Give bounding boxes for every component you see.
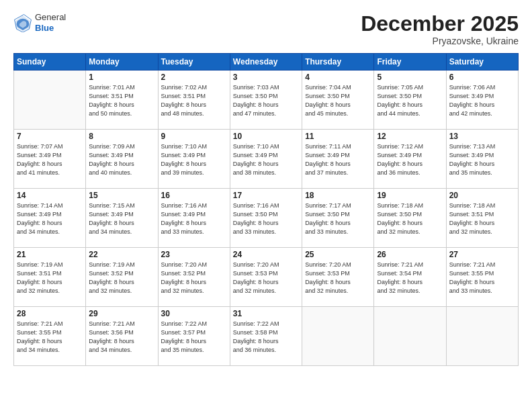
calendar-cell: 14Sunrise: 7:14 AM Sunset: 3:49 PM Dayli… <box>14 189 86 248</box>
calendar-cell: 6Sunrise: 7:06 AM Sunset: 3:49 PM Daylig… <box>446 71 518 130</box>
weekday-header: Thursday <box>302 54 374 71</box>
day-info: Sunrise: 7:20 AM Sunset: 3:53 PM Dayligh… <box>233 261 299 295</box>
day-info: Sunrise: 7:10 AM Sunset: 3:49 PM Dayligh… <box>233 142 299 177</box>
calendar-cell: 1Sunrise: 7:01 AM Sunset: 3:51 PM Daylig… <box>86 71 158 130</box>
calendar-cell: 16Sunrise: 7:16 AM Sunset: 3:49 PM Dayli… <box>158 189 230 248</box>
day-info: Sunrise: 7:19 AM Sunset: 3:51 PM Dayligh… <box>17 261 83 295</box>
calendar-cell: 17Sunrise: 7:16 AM Sunset: 3:50 PM Dayli… <box>230 189 302 248</box>
day-number: 26 <box>377 250 443 259</box>
calendar-cell: 29Sunrise: 7:21 AM Sunset: 3:56 PM Dayli… <box>86 307 158 366</box>
day-info: Sunrise: 7:10 AM Sunset: 3:49 PM Dayligh… <box>161 142 227 177</box>
day-info: Sunrise: 7:22 AM Sunset: 3:57 PM Dayligh… <box>161 320 227 355</box>
day-info: Sunrise: 7:21 AM Sunset: 3:55 PM Dayligh… <box>17 320 83 355</box>
day-info: Sunrise: 7:16 AM Sunset: 3:50 PM Dayligh… <box>233 201 299 236</box>
header: General Blue December 2025 Pryazovske, U… <box>13 12 519 46</box>
calendar-row: 28Sunrise: 7:21 AM Sunset: 3:55 PM Dayli… <box>14 307 519 366</box>
day-info: Sunrise: 7:15 AM Sunset: 3:49 PM Dayligh… <box>89 201 154 236</box>
day-number: 29 <box>89 309 154 318</box>
calendar-cell: 12Sunrise: 7:12 AM Sunset: 3:49 PM Dayli… <box>374 130 446 189</box>
calendar-cell: 10Sunrise: 7:10 AM Sunset: 3:49 PM Dayli… <box>230 130 302 189</box>
day-number: 22 <box>89 250 154 259</box>
calendar-cell <box>446 307 518 366</box>
day-info: Sunrise: 7:14 AM Sunset: 3:49 PM Dayligh… <box>17 201 83 236</box>
day-info: Sunrise: 7:18 AM Sunset: 3:50 PM Dayligh… <box>377 201 443 236</box>
day-info: Sunrise: 7:12 AM Sunset: 3:49 PM Dayligh… <box>377 142 443 177</box>
day-info: Sunrise: 7:21 AM Sunset: 3:56 PM Dayligh… <box>89 320 154 355</box>
day-number: 8 <box>89 132 154 141</box>
weekday-header: Monday <box>86 54 158 71</box>
day-info: Sunrise: 7:03 AM Sunset: 3:50 PM Dayligh… <box>233 83 299 118</box>
calendar-row: 21Sunrise: 7:19 AM Sunset: 3:51 PM Dayli… <box>14 248 519 307</box>
weekday-header: Tuesday <box>158 54 230 71</box>
calendar-cell: 20Sunrise: 7:18 AM Sunset: 3:51 PM Dayli… <box>446 189 518 248</box>
day-info: Sunrise: 7:09 AM Sunset: 3:49 PM Dayligh… <box>89 142 154 177</box>
calendar-cell <box>14 71 86 130</box>
day-info: Sunrise: 7:21 AM Sunset: 3:54 PM Dayligh… <box>377 261 443 295</box>
logo-icon <box>13 13 32 32</box>
day-info: Sunrise: 7:21 AM Sunset: 3:55 PM Dayligh… <box>449 261 515 295</box>
day-number: 12 <box>377 132 443 141</box>
day-number: 3 <box>233 73 299 82</box>
day-number: 6 <box>449 73 515 82</box>
day-info: Sunrise: 7:01 AM Sunset: 3:51 PM Dayligh… <box>89 83 154 118</box>
day-number: 14 <box>17 191 83 200</box>
calendar-cell: 13Sunrise: 7:13 AM Sunset: 3:49 PM Dayli… <box>446 130 518 189</box>
month-title: December 2025 <box>361 12 519 36</box>
calendar: SundayMondayTuesdayWednesdayThursdayFrid… <box>13 53 519 366</box>
logo: General Blue <box>13 12 66 33</box>
calendar-cell: 21Sunrise: 7:19 AM Sunset: 3:51 PM Dayli… <box>14 248 86 307</box>
day-number: 21 <box>17 250 83 259</box>
day-number: 31 <box>233 309 299 318</box>
calendar-cell: 11Sunrise: 7:11 AM Sunset: 3:49 PM Dayli… <box>302 130 374 189</box>
day-info: Sunrise: 7:06 AM Sunset: 3:49 PM Dayligh… <box>449 83 515 118</box>
calendar-cell: 18Sunrise: 7:17 AM Sunset: 3:50 PM Dayli… <box>302 189 374 248</box>
calendar-cell: 28Sunrise: 7:21 AM Sunset: 3:55 PM Dayli… <box>14 307 86 366</box>
day-number: 2 <box>161 73 227 82</box>
calendar-cell: 25Sunrise: 7:20 AM Sunset: 3:53 PM Dayli… <box>302 248 374 307</box>
day-number: 30 <box>161 309 227 318</box>
day-number: 28 <box>17 309 83 318</box>
calendar-cell: 24Sunrise: 7:20 AM Sunset: 3:53 PM Dayli… <box>230 248 302 307</box>
day-number: 27 <box>449 250 515 259</box>
weekday-header-row: SundayMondayTuesdayWednesdayThursdayFrid… <box>14 54 519 71</box>
location: Pryazovske, Ukraine <box>361 36 519 46</box>
day-number: 23 <box>161 250 227 259</box>
day-number: 13 <box>449 132 515 141</box>
day-number: 9 <box>161 132 227 141</box>
logo-text: General Blue <box>35 12 66 33</box>
calendar-row: 7Sunrise: 7:07 AM Sunset: 3:49 PM Daylig… <box>14 130 519 189</box>
day-info: Sunrise: 7:16 AM Sunset: 3:49 PM Dayligh… <box>161 201 227 236</box>
day-number: 4 <box>305 73 371 82</box>
day-info: Sunrise: 7:02 AM Sunset: 3:51 PM Dayligh… <box>161 83 227 118</box>
calendar-cell: 19Sunrise: 7:18 AM Sunset: 3:50 PM Dayli… <box>374 189 446 248</box>
day-info: Sunrise: 7:07 AM Sunset: 3:49 PM Dayligh… <box>17 142 83 177</box>
title-section: December 2025 Pryazovske, Ukraine <box>361 12 519 46</box>
calendar-cell: 22Sunrise: 7:19 AM Sunset: 3:52 PM Dayli… <box>86 248 158 307</box>
calendar-cell: 8Sunrise: 7:09 AM Sunset: 3:49 PM Daylig… <box>86 130 158 189</box>
day-number: 18 <box>305 191 371 200</box>
day-number: 7 <box>17 132 83 141</box>
day-number: 11 <box>305 132 371 141</box>
day-number: 20 <box>449 191 515 200</box>
calendar-cell <box>374 307 446 366</box>
calendar-cell: 31Sunrise: 7:22 AM Sunset: 3:58 PM Dayli… <box>230 307 302 366</box>
calendar-cell: 30Sunrise: 7:22 AM Sunset: 3:57 PM Dayli… <box>158 307 230 366</box>
weekday-header: Saturday <box>446 54 518 71</box>
weekday-header: Sunday <box>14 54 86 71</box>
calendar-cell: 15Sunrise: 7:15 AM Sunset: 3:49 PM Dayli… <box>86 189 158 248</box>
calendar-cell: 7Sunrise: 7:07 AM Sunset: 3:49 PM Daylig… <box>14 130 86 189</box>
page: General Blue December 2025 Pryazovske, U… <box>0 0 532 411</box>
day-number: 24 <box>233 250 299 259</box>
day-info: Sunrise: 7:18 AM Sunset: 3:51 PM Dayligh… <box>449 201 515 236</box>
calendar-cell: 27Sunrise: 7:21 AM Sunset: 3:55 PM Dayli… <box>446 248 518 307</box>
day-number: 1 <box>89 73 154 82</box>
calendar-cell: 26Sunrise: 7:21 AM Sunset: 3:54 PM Dayli… <box>374 248 446 307</box>
calendar-row: 14Sunrise: 7:14 AM Sunset: 3:49 PM Dayli… <box>14 189 519 248</box>
calendar-cell: 3Sunrise: 7:03 AM Sunset: 3:50 PM Daylig… <box>230 71 302 130</box>
day-info: Sunrise: 7:04 AM Sunset: 3:50 PM Dayligh… <box>305 83 371 118</box>
day-number: 5 <box>377 73 443 82</box>
calendar-cell: 4Sunrise: 7:04 AM Sunset: 3:50 PM Daylig… <box>302 71 374 130</box>
day-info: Sunrise: 7:17 AM Sunset: 3:50 PM Dayligh… <box>305 201 371 236</box>
calendar-cell: 23Sunrise: 7:20 AM Sunset: 3:52 PM Dayli… <box>158 248 230 307</box>
calendar-cell: 2Sunrise: 7:02 AM Sunset: 3:51 PM Daylig… <box>158 71 230 130</box>
